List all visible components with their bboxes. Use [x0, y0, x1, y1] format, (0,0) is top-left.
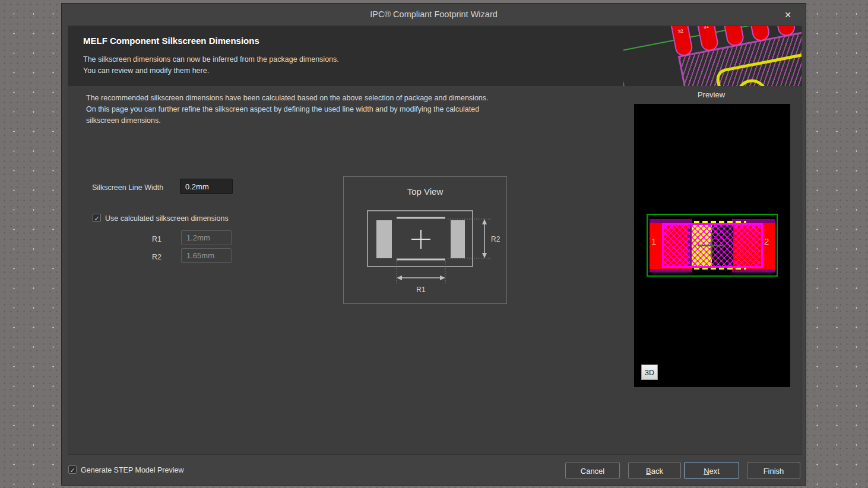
arrowhead [482, 219, 487, 224]
generate-step-checkbox[interactable]: ✓ [68, 465, 77, 474]
r1-label: R1 [152, 235, 161, 243]
page-header: MELF Component Silkscreen Dimensions The… [68, 26, 802, 86]
page-subtitle-line1: The silkscreen dimensions can now be inf… [83, 55, 339, 64]
line-width-input[interactable] [180, 179, 233, 194]
art-pad: 30 [719, 26, 745, 47]
page-description: The recommended silkscreen dimensions ha… [86, 93, 502, 126]
arrowhead [482, 253, 487, 258]
left-pad [376, 220, 392, 258]
pcb-art-group: 32 31 30 29 28 27 26 25 1 [632, 26, 802, 86]
back-button-rest: ack [651, 467, 663, 476]
r2-input [181, 248, 232, 263]
back-button-accel: B [646, 467, 651, 476]
top-view-drawing: R2 R1 [344, 177, 508, 305]
next-button-accel: N [704, 467, 709, 476]
footprint-wizard-dialog: IPC® Compliant Footprint Wizard ✕ MELF C… [61, 3, 806, 486]
pad2-number: 2 [764, 236, 769, 246]
next-button-rest: ext [709, 467, 720, 476]
description-line-1: The recommended silkscreen dimensions ha… [86, 93, 502, 104]
pad1-number: 1 [651, 236, 656, 246]
top-view-diagram: Top View R2 R1 [343, 176, 507, 304]
art-pad: 31 [693, 26, 719, 52]
use-calculated-checkbox[interactable]: ✓ [93, 214, 101, 222]
finish-button[interactable]: Finish [747, 462, 800, 479]
page-subtitle-line2: You can review and modify them here. [83, 66, 209, 75]
line-width-label: Silkscreen Line Width [92, 183, 163, 192]
arrowhead [397, 275, 402, 280]
r1-dim-label: R1 [416, 286, 426, 294]
page-title: MELF Component Silkscreen Dimensions [83, 36, 259, 46]
titlebar[interactable]: IPC® Compliant Footprint Wizard ✕ [62, 4, 806, 26]
preview-canvas[interactable]: 1 2 3D [634, 104, 790, 387]
art-pad: 27 [796, 26, 802, 33]
header-footprint-art: 32 31 30 29 28 27 26 25 1 [623, 26, 802, 86]
generate-step-label: Generate STEP Model Preview [81, 466, 183, 474]
r2-dim-label: R2 [491, 235, 500, 243]
next-button[interactable]: Next [684, 462, 739, 479]
r1-input [181, 230, 232, 245]
description-line-2: On this page you can further refine the … [86, 104, 502, 126]
wizard-page: MELF Component Silkscreen Dimensions The… [68, 26, 802, 455]
use-calculated-label: Use calculated silkscreen dimensions [105, 214, 229, 223]
origin-cross [711, 232, 712, 258]
toggle-3d-button[interactable]: 3D [641, 365, 658, 380]
art-pad-number: 31 [703, 26, 709, 29]
back-button[interactable]: Back [628, 462, 681, 479]
window-title: IPC® Compliant Footprint Wizard [62, 4, 806, 26]
arrowhead [440, 275, 445, 280]
preview-panel-title: Preview [620, 90, 803, 99]
close-icon[interactable]: ✕ [782, 9, 794, 21]
cancel-button[interactable]: Cancel [565, 462, 620, 479]
r2-label: R2 [152, 253, 161, 261]
right-pad [451, 220, 465, 258]
art-pad-number: 32 [677, 28, 683, 34]
footprint-render: 1 2 [647, 214, 778, 277]
